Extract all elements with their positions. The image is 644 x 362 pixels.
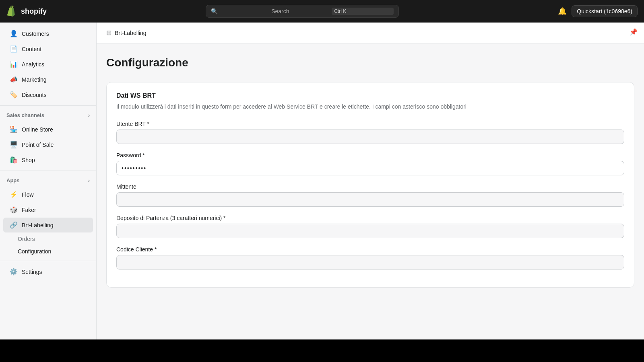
sidebar-item-customers[interactable]: 👤 Customers (3, 26, 93, 41)
section-title: Dati WS BRT (116, 92, 624, 99)
analytics-icon: 📊 (10, 60, 18, 68)
orders-label: Orders (18, 236, 35, 242)
pin-icon: 📌 (630, 29, 638, 35)
utente-brt-label: Utente BRT * (116, 121, 624, 127)
marketing-icon: 📣 (10, 76, 18, 83)
point-of-sale-icon: 🖥️ (10, 141, 18, 148)
sidebar-divider (0, 105, 96, 106)
sidebar-item-discounts[interactable]: 🏷️ Discounts (3, 87, 93, 102)
main-layout: 👤 Customers 📄 Content 📊 Analytics 📣 Mark… (0, 23, 644, 339)
flow-icon: ⚡ (10, 191, 18, 198)
sidebar-sub-item-configuration[interactable]: Configuration (3, 245, 93, 257)
logo-text: shopify (21, 7, 47, 16)
sidebar-item-label: Point of Sale (22, 142, 54, 148)
sidebar-item-label: Faker (22, 207, 36, 213)
sidebar-item-faker[interactable]: 🎲 Faker (3, 202, 93, 217)
shop-icon: 🛍️ (10, 156, 18, 164)
sidebar-item-label: Content (22, 46, 41, 52)
mittente-label: Mittente (116, 183, 624, 190)
sidebar-sub-item-orders[interactable]: Orders (3, 233, 93, 245)
sales-channels-section[interactable]: Sales channels › (0, 109, 96, 121)
sidebar-item-flow[interactable]: ⚡ Flow (3, 187, 93, 202)
customers-icon: 👤 (10, 30, 18, 37)
codice-cliente-field: Codice Cliente * (116, 246, 624, 269)
utente-brt-field: Utente BRT * (116, 121, 624, 144)
sidebar-item-brt-labelling[interactable]: 🔗 Brt-Labelling (3, 218, 93, 232)
chevron-icon: › (88, 113, 90, 118)
sidebar-item-point-of-sale[interactable]: 🖥️ Point of Sale (3, 137, 93, 152)
breadcrumb: ⊞ Brt-Labelling (97, 23, 644, 43)
password-input[interactable] (116, 161, 624, 175)
topbar: shopify 🔍 Search Ctrl K 🔔 Quickstart (1c… (0, 0, 644, 23)
brt-labelling-icon: 🔗 (10, 221, 18, 229)
breadcrumb-grid-icon: ⊞ (106, 29, 111, 37)
online-store-icon: 🏪 (10, 125, 18, 133)
sidebar-item-analytics[interactable]: 📊 Analytics (3, 57, 93, 72)
apps-chevron-icon: › (88, 178, 90, 183)
password-field: Password * (116, 152, 624, 175)
dati-ws-brt-section: Dati WS BRT Il modulo utilizzerà i dati … (106, 82, 634, 288)
account-switcher[interactable]: Quickstart (1c0698e6) (572, 5, 638, 17)
sidebar-item-label: Online Store (22, 126, 53, 133)
sales-channels-label: Sales channels (6, 112, 44, 118)
breadcrumb-label: Brt-Labelling (115, 30, 147, 36)
sidebar-item-label: Marketing (22, 76, 46, 83)
page-title: Configurazione (106, 56, 634, 69)
sidebar-item-label: Discounts (22, 92, 46, 98)
sidebar-item-shop[interactable]: 🛍️ Shop (3, 152, 93, 167)
sidebar-divider-2 (0, 171, 96, 171)
main-content: ⊞ Brt-Labelling 📌 Configurazione Dati WS… (97, 23, 644, 339)
sidebar-divider-3 (0, 261, 96, 261)
sidebar-item-settings[interactable]: ⚙️ Settings (3, 264, 93, 279)
deposito-label: Deposito di Partenza (3 caratteri numeri… (116, 215, 624, 221)
mittente-input[interactable] (116, 192, 624, 207)
notification-bell-icon[interactable]: 🔔 (558, 7, 567, 16)
sidebar-item-content[interactable]: 📄 Content (3, 41, 93, 56)
section-description: Il modulo utilizzerà i dati inseriti in … (116, 103, 624, 111)
search-shortcut: Ctrl K (332, 8, 394, 15)
sidebar-item-label: Shop (22, 157, 35, 163)
topbar-right: 🔔 Quickstart (1c0698e6) (558, 5, 638, 17)
sidebar-item-label: Flow (22, 191, 34, 198)
discounts-icon: 🏷️ (10, 91, 18, 99)
sidebar: 👤 Customers 📄 Content 📊 Analytics 📣 Mark… (0, 23, 97, 339)
sidebar-item-label: Customers (22, 31, 49, 37)
page-corner-icon[interactable]: 📌 (630, 28, 638, 36)
logo: shopify (6, 6, 47, 17)
utente-brt-input[interactable] (116, 130, 624, 144)
search-bar[interactable]: 🔍 Search Ctrl K (206, 5, 399, 18)
codice-cliente-label: Codice Cliente * (116, 246, 624, 253)
faker-icon: 🎲 (10, 206, 18, 214)
codice-cliente-input[interactable] (116, 255, 624, 269)
sidebar-item-online-store[interactable]: 🏪 Online Store (3, 122, 93, 137)
content-icon: 📄 (10, 45, 18, 53)
deposito-field: Deposito di Partenza (3 caratteri numeri… (116, 215, 624, 238)
password-label: Password * (116, 152, 624, 158)
sidebar-item-label: Analytics (22, 61, 44, 68)
search-icon: 🔍 (211, 8, 268, 14)
search-placeholder: Search (271, 8, 328, 14)
sidebar-item-label: Brt-Labelling (22, 222, 54, 228)
mittente-field: Mittente (116, 183, 624, 207)
configuration-label: Configuration (18, 248, 51, 255)
deposito-input[interactable] (116, 224, 624, 238)
bottom-bar (0, 339, 644, 362)
sidebar-item-marketing[interactable]: 📣 Marketing (3, 72, 93, 87)
page-content: Configurazione Dati WS BRT Il modulo uti… (97, 43, 644, 310)
settings-icon: ⚙️ (10, 268, 18, 276)
apps-section[interactable]: Apps › (0, 174, 96, 187)
sidebar-item-label: Settings (22, 269, 42, 275)
apps-label: Apps (6, 177, 20, 183)
